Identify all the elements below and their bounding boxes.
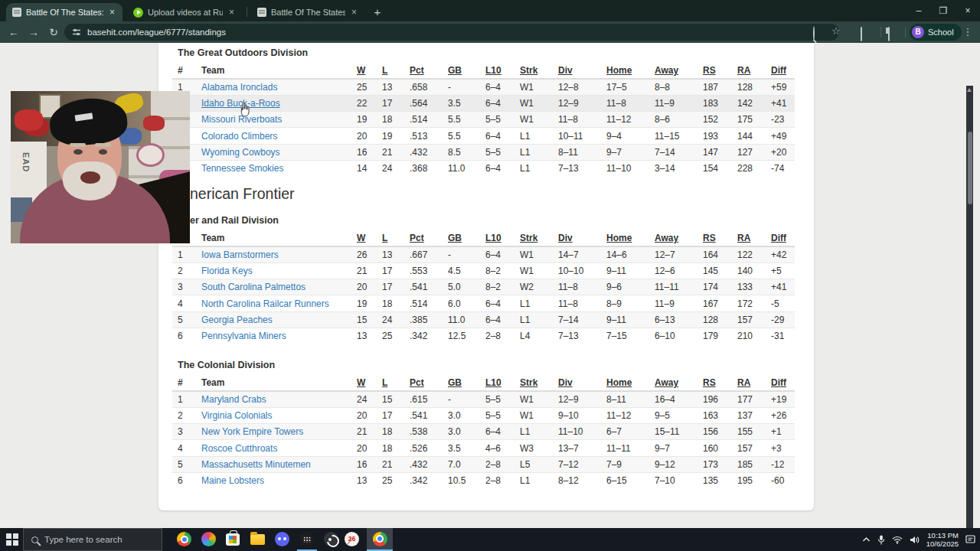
column-header-diff[interactable]: Diff [766,230,795,246]
taskbar-search-box[interactable]: Type here to search [23,528,162,551]
column-header-l[interactable]: L [377,230,404,246]
page-scrollbar[interactable] [966,86,973,551]
column-header-strk[interactable]: Strk [514,230,553,246]
scroll-up-arrow-icon[interactable] [967,88,972,92]
column-header-rs[interactable]: RS [697,375,732,391]
column-header-home[interactable]: Home [601,230,649,246]
new-tab-button[interactable]: + [369,4,386,21]
column-header-gb[interactable]: GB [443,375,480,391]
tab-battle-of-the-states-basehit[interactable]: Battle Of The States - BaseHit × [251,3,364,21]
column-header-w[interactable]: W [351,375,377,391]
cell-gb: 6.0 [443,295,480,311]
taskbar-baseball-game-icon[interactable]: 26 [345,532,360,547]
team-link[interactable]: Colorado Climbers [201,131,277,142]
taskbar-microsoft-store-icon[interactable] [226,532,241,547]
profile-chip[interactable]: B School [910,24,962,41]
column-header-ra[interactable]: RA [732,230,766,246]
team-link[interactable]: Wyoming Cowboys [201,147,280,158]
restore-button[interactable]: ❐ [931,5,956,16]
column-header-pct[interactable]: Pct [404,375,443,391]
column-header-gb[interactable]: GB [443,63,480,79]
column-header-div[interactable]: Div [553,63,601,79]
team-link[interactable]: Virginia Colonials [201,410,273,421]
tab-battle-of-the-states-current[interactable]: Battle Of The States: Current Se × [6,3,122,21]
team-link[interactable]: Massachusetts Minutemen [201,459,311,470]
column-header-div[interactable]: Div [553,375,601,391]
taskbar-chrome-active-window[interactable] [367,528,393,551]
person-eyebrow [95,143,111,147]
column-header-away[interactable]: Away [649,375,697,391]
column-header-rs[interactable]: RS [697,63,732,79]
team-link[interactable]: Georgia Peaches [201,315,273,325]
taskbar-file-explorer-icon[interactable] [250,532,266,547]
team-link[interactable]: New York Empire Towers [201,426,303,437]
cell-pct: .541 [404,407,443,423]
cell-diff: -29 [766,311,795,328]
address-bar[interactable]: basehit.com/league/6777/standings [64,24,839,41]
extensions-icon[interactable] [861,28,862,41]
team-link[interactable]: Tennessee Smokies [201,163,283,174]
bookmark-star-icon[interactable]: ☆ [831,26,841,36]
column-header-l10[interactable]: L10 [480,63,514,79]
close-button[interactable]: × [956,5,980,16]
scrollbar-thumb[interactable] [968,132,972,204]
team-link[interactable]: Florida Keys [201,266,253,276]
cell-gb: 5.0 [443,279,480,295]
reload-icon[interactable]: ↻ [46,24,61,40]
back-icon[interactable]: ← [6,24,21,40]
taskbar-obs-studio-icon[interactable] [324,532,339,547]
column-header-pct[interactable]: Pct [404,230,443,246]
tab-close-icon[interactable]: × [108,7,116,18]
taskbar-clock[interactable]: 10:13 PM 10/6/2025 [926,531,959,548]
taskbar-discord-icon[interactable] [275,532,290,547]
tab-close-icon[interactable]: × [227,7,236,18]
column-header-ra[interactable]: RA [732,375,766,391]
column-header-away[interactable]: Away [649,230,697,246]
taskbar-chrome-icon[interactable] [177,532,192,547]
column-header-pct[interactable]: Pct [404,63,443,79]
column-header-home[interactable]: Home [601,375,649,391]
column-header-l[interactable]: L [377,63,404,79]
team-link[interactable]: Roscoe Cutthroats [201,443,277,454]
column-header-gb[interactable]: GB [443,230,480,246]
team-link[interactable]: North Carolina Railcar Runners [201,298,329,309]
team-link[interactable]: Maryland Crabs [201,394,266,405]
column-header-home[interactable]: Home [601,63,649,79]
tune-icon[interactable] [72,28,81,37]
zoom-icon[interactable] [813,27,815,41]
microphone-icon[interactable] [877,535,885,545]
team-link[interactable]: Iowa Barnstormers [201,249,279,260]
start-button-icon[interactable] [6,533,18,546]
team-link[interactable]: South Carolina Palmettos [201,282,305,292]
taskbar-grid-app-icon[interactable] [299,532,315,547]
column-header-w[interactable]: W [351,230,377,246]
column-header-w[interactable]: W [351,63,377,79]
action-center-icon[interactable] [965,535,975,544]
column-header-l10[interactable]: L10 [480,230,514,246]
cell-pct: .526 [404,440,443,456]
column-header-strk[interactable]: Strk [514,63,553,79]
column-header-diff[interactable]: Diff [766,63,795,79]
url-text[interactable]: basehit.com/league/6777/standings [87,28,226,37]
column-header-strk[interactable]: Strk [514,375,553,391]
browser-menu-icon[interactable]: ⋮ [962,24,974,40]
team-link[interactable]: Maine Lobsters [201,475,264,486]
side-panel-icon[interactable] [888,28,890,41]
column-header-away[interactable]: Away [649,63,697,79]
forward-icon[interactable]: → [26,24,41,40]
tray-chevron-up-icon[interactable] [862,536,871,543]
speaker-icon[interactable] [910,536,920,544]
team-link[interactable]: Alabama Ironclads [201,82,277,93]
column-header-l10[interactable]: L10 [480,375,514,391]
wifi-icon[interactable] [892,536,903,544]
minimize-button[interactable]: – [906,5,931,16]
column-header-l[interactable]: L [377,375,404,391]
column-header-rs[interactable]: RS [697,230,732,246]
tab-upload-videos-rumble[interactable]: Upload videos at Rumble × [127,3,242,21]
taskbar-copilot-icon[interactable] [201,532,217,547]
column-header-ra[interactable]: RA [732,63,766,79]
tab-close-icon[interactable]: × [350,7,358,18]
team-link[interactable]: Pennsylvania Miners [201,331,286,341]
column-header-div[interactable]: Div [553,230,601,246]
column-header-diff[interactable]: Diff [766,375,795,391]
